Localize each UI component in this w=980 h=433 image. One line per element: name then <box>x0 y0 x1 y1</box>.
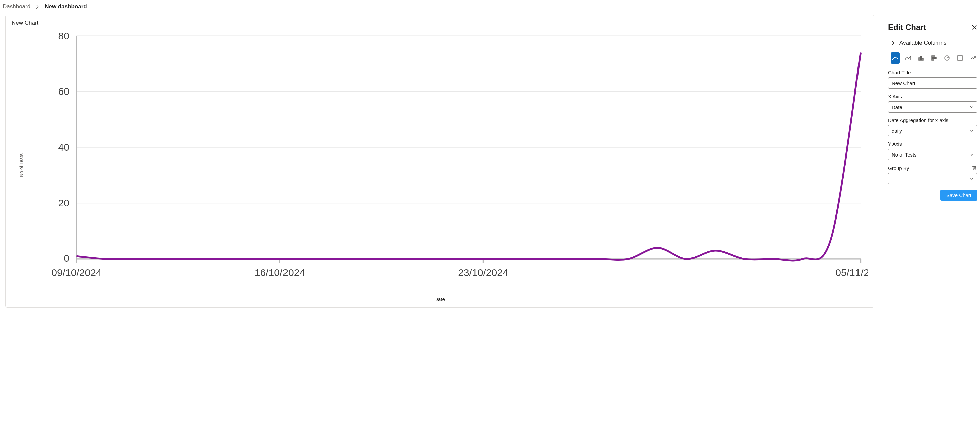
chevron-right-icon <box>35 4 40 9</box>
area-chart-icon <box>905 54 912 61</box>
y-tick: 40 <box>58 142 69 153</box>
pie-chart-icon <box>943 54 950 61</box>
y-axis-label: Y Axis <box>888 141 977 147</box>
y-axis-value: No of Tests <box>892 152 917 158</box>
x-axis-value: Date <box>892 104 902 110</box>
chart-type-pie[interactable] <box>942 52 951 64</box>
chart-title: New Chart <box>12 20 868 27</box>
edit-chart-panel: Edit Chart Available Columns <box>880 15 980 229</box>
group-by-delete-button[interactable] <box>971 165 977 171</box>
line-chart: 0 20 40 60 80 09/10/2024 16/10/2024 23/1… <box>12 29 868 295</box>
trend-icon <box>970 54 976 61</box>
chart-type-line[interactable] <box>891 52 900 64</box>
save-chart-button[interactable]: Save Chart <box>940 190 977 201</box>
chevron-right-icon <box>891 40 895 45</box>
chart-panel: New Chart No of Tests <box>5 15 874 308</box>
svg-rect-14 <box>919 58 920 60</box>
close-icon <box>971 24 977 30</box>
available-columns-toggle[interactable]: Available Columns <box>888 38 977 52</box>
date-aggregation-value: daily <box>892 128 902 134</box>
breadcrumb: Dashboard New dashboard <box>0 0 980 15</box>
table-icon <box>956 54 963 61</box>
svg-rect-15 <box>920 56 921 60</box>
svg-rect-18 <box>932 58 937 59</box>
chevron-down-icon <box>970 129 974 133</box>
line-chart-icon <box>892 54 898 61</box>
chart-type-area[interactable] <box>904 52 913 64</box>
svg-rect-17 <box>932 56 935 57</box>
y-tick: 20 <box>58 197 69 208</box>
panel-title: Edit Chart <box>888 23 926 32</box>
date-aggregation-select[interactable]: daily <box>888 125 977 136</box>
horizontal-bar-chart-icon <box>931 54 937 61</box>
close-button[interactable] <box>971 24 977 30</box>
chart-type-table[interactable] <box>956 52 965 64</box>
chart-type-bar[interactable] <box>916 52 926 64</box>
x-axis-label: Date <box>12 296 868 302</box>
y-tick: 80 <box>58 30 69 41</box>
chevron-down-icon <box>970 105 974 109</box>
trash-icon <box>971 165 977 171</box>
x-axis-label: X Axis <box>888 94 977 99</box>
x-tick: 09/10/2024 <box>51 267 102 278</box>
x-axis-select[interactable]: Date <box>888 101 977 113</box>
group-by-label: Group By <box>888 165 909 171</box>
chart-type-trend[interactable] <box>968 52 977 64</box>
available-columns-label: Available Columns <box>899 40 946 46</box>
svg-rect-16 <box>923 58 923 60</box>
breadcrumb-root[interactable]: Dashboard <box>3 3 30 10</box>
y-axis-label: No of Tests <box>19 153 24 177</box>
x-tick: 23/10/2024 <box>458 267 508 278</box>
x-tick: 16/10/2024 <box>255 267 305 278</box>
y-axis-select[interactable]: No of Tests <box>888 149 977 160</box>
chart-title-input[interactable] <box>888 77 977 89</box>
chart-type-hbar[interactable] <box>929 52 939 64</box>
chevron-down-icon <box>970 177 974 181</box>
chart-title-label: Chart Title <box>888 70 977 75</box>
chevron-down-icon <box>970 152 974 157</box>
y-tick: 0 <box>64 253 69 264</box>
chart-type-selector <box>888 52 977 70</box>
x-tick: 05/11/2024 <box>835 267 868 278</box>
svg-rect-19 <box>932 59 934 60</box>
y-tick: 60 <box>58 86 69 97</box>
date-aggregation-label: Date Aggregation for x axis <box>888 117 977 123</box>
breadcrumb-current: New dashboard <box>45 3 87 10</box>
bar-chart-icon <box>918 54 924 61</box>
chart-series-line <box>76 52 861 260</box>
group-by-select[interactable] <box>888 173 977 184</box>
